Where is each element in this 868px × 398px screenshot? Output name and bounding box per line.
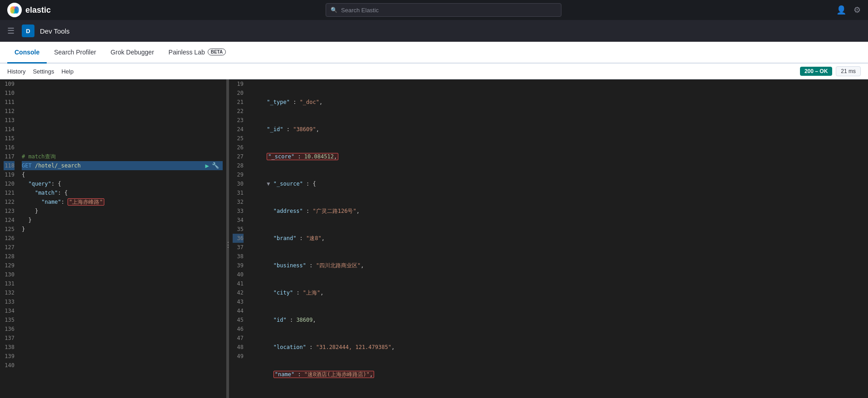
run-query-icon[interactable]: ▶ — [205, 161, 209, 170]
dev-tools-badge: D — [22, 25, 34, 37]
editor-line-120: "query": { — [22, 179, 223, 188]
help-link[interactable]: Help — [61, 68, 73, 75]
editor-line-numbers: 109110111112113 114115116117 118 1191201… — [0, 79, 18, 398]
history-link[interactable]: History — [7, 68, 25, 75]
search-bar[interactable]: 🔍 Search Elastic — [326, 3, 561, 17]
time-badge: 21 ms — [836, 66, 861, 76]
search-icon: 🔍 — [331, 7, 337, 13]
editor-line-119: { — [22, 170, 223, 179]
editor-get-line: GET /hotel/_search ▶ 🔧 — [22, 161, 223, 170]
editor-line-122: "name": "上海赤峰路" — [22, 197, 223, 206]
output-panel: 1920212223 2425262728 2930313233 343536 … — [229, 79, 868, 398]
beta-badge: BETA — [208, 49, 226, 55]
action-bar-left: History Settings Help — [7, 68, 73, 75]
editor-line-121: "match": { — [22, 188, 223, 197]
editor-code[interactable]: # match查询 GET /hotel/_search ▶ 🔧 { "quer… — [18, 79, 226, 398]
settings-icon[interactable]: ⚙ — [853, 5, 861, 15]
tabs-bar: Console Search Profiler Grok Debugger Pa… — [0, 42, 868, 64]
svg-point-4 — [15, 6, 19, 14]
query-actions[interactable]: ▶ 🔧 — [205, 161, 219, 170]
editor-line-123: } — [22, 206, 223, 216]
user-avatar-icon[interactable]: 👤 — [836, 5, 846, 15]
editor-line-125: } — [22, 225, 223, 234]
elastic-logo: elastic — [7, 3, 51, 17]
tab-console[interactable]: Console — [7, 42, 47, 64]
output-line-numbers: 1920212223 2425262728 2930313233 343536 … — [229, 79, 247, 398]
search-bar-wrapper: 🔍 Search Elastic — [58, 3, 829, 17]
second-bar-title: Dev Tools — [40, 27, 70, 35]
elastic-logo-text: elastic — [25, 5, 51, 15]
elastic-logo-icon — [7, 3, 22, 17]
tab-search-profiler[interactable]: Search Profiler — [47, 42, 103, 64]
output-content: "_type" : "_doc", "_id" : "38609", "_sco… — [247, 79, 868, 398]
second-bar: ☰ D Dev Tools — [0, 20, 868, 42]
editor-wrapper: 109110111112113 114115116117 118 1191201… — [0, 79, 226, 398]
settings-link[interactable]: Settings — [33, 68, 54, 75]
tab-grok-debugger[interactable]: Grok Debugger — [103, 42, 161, 64]
main-content: 109110111112113 114115116117 118 1191201… — [0, 79, 868, 398]
svg-point-3 — [10, 6, 15, 14]
hamburger-menu[interactable]: ☰ — [7, 26, 15, 36]
editor-comment-line: # match查询 — [22, 152, 223, 161]
editor-panel: 109110111112113 114115116117 118 1191201… — [0, 79, 227, 398]
top-nav-icons: 👤 ⚙ — [836, 5, 861, 15]
editor-line-124: } — [22, 216, 223, 225]
tab-painless-lab[interactable]: Painless Lab BETA — [161, 42, 234, 64]
action-bar: History Settings Help 200 – OK 21 ms — [0, 64, 868, 79]
action-bar-right: 200 – OK 21 ms — [800, 66, 861, 76]
search-bar-text: Search Elastic — [341, 7, 379, 14]
top-nav: elastic 🔍 Search Elastic 👤 ⚙ — [0, 0, 868, 20]
status-badge: 200 – OK — [800, 67, 832, 76]
wrench-icon[interactable]: 🔧 — [212, 161, 219, 170]
